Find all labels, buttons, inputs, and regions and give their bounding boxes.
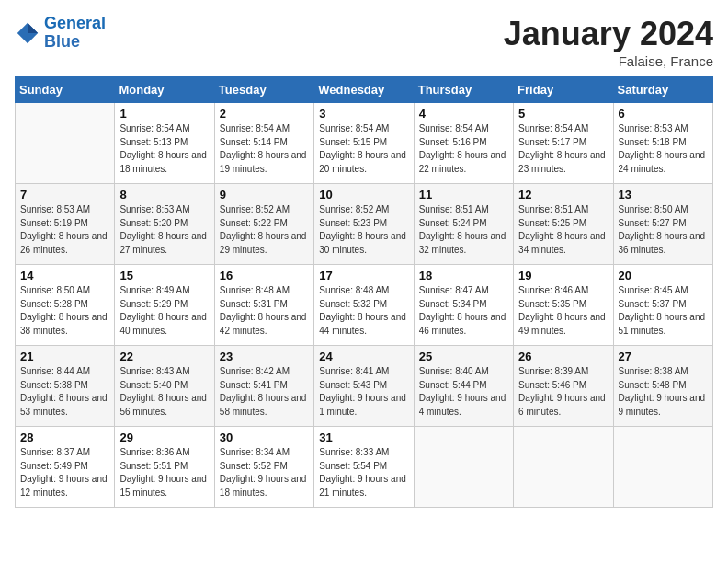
day-number: 29 <box>119 431 209 444</box>
day-number: 13 <box>619 188 708 201</box>
day-info: Sunrise: 8:51 AMSunset: 5:25 PMDaylight:… <box>518 203 608 257</box>
month-title: January 2024 <box>504 15 713 53</box>
day-info: Sunrise: 8:52 AMSunset: 5:23 PMDaylight:… <box>319 203 408 257</box>
day-info: Sunrise: 8:44 AMSunset: 5:38 PMDaylight:… <box>20 365 109 419</box>
page-header: General Blue January 2024 Falaise, Franc… <box>15 15 713 69</box>
day-number: 17 <box>319 269 408 282</box>
day-info: Sunrise: 8:37 AMSunset: 5:49 PMDaylight:… <box>20 446 109 500</box>
calendar-cell <box>613 427 712 508</box>
calendar-cell: 4Sunrise: 8:54 AMSunset: 5:16 PMDaylight… <box>414 103 513 184</box>
calendar-cell: 10Sunrise: 8:52 AMSunset: 5:23 PMDayligh… <box>314 184 414 265</box>
calendar-cell: 22Sunrise: 8:43 AMSunset: 5:40 PMDayligh… <box>115 346 214 427</box>
calendar-cell: 17Sunrise: 8:48 AMSunset: 5:32 PMDayligh… <box>314 265 414 346</box>
calendar-cell: 1Sunrise: 8:54 AMSunset: 5:13 PMDaylight… <box>115 103 214 184</box>
week-row-2: 7Sunrise: 8:53 AMSunset: 5:19 PMDaylight… <box>16 184 713 265</box>
calendar-cell: 7Sunrise: 8:53 AMSunset: 5:19 PMDaylight… <box>16 184 115 265</box>
day-number: 1 <box>119 107 209 121</box>
calendar-cell: 18Sunrise: 8:47 AMSunset: 5:34 PMDayligh… <box>414 265 513 346</box>
day-info: Sunrise: 8:53 AMSunset: 5:20 PMDaylight:… <box>119 203 209 257</box>
weekday-header-tuesday: Tuesday <box>214 77 313 103</box>
day-number: 28 <box>20 431 109 444</box>
calendar-cell: 21Sunrise: 8:44 AMSunset: 5:38 PMDayligh… <box>16 346 115 427</box>
day-info: Sunrise: 8:48 AMSunset: 5:32 PMDaylight:… <box>319 284 408 338</box>
calendar-cell <box>16 103 115 184</box>
calendar-cell: 8Sunrise: 8:53 AMSunset: 5:20 PMDaylight… <box>115 184 214 265</box>
calendar-table: SundayMondayTuesdayWednesdayThursdayFrid… <box>15 76 713 508</box>
weekday-header-thursday: Thursday <box>414 77 513 103</box>
day-info: Sunrise: 8:49 AMSunset: 5:29 PMDaylight:… <box>119 284 209 338</box>
day-info: Sunrise: 8:42 AMSunset: 5:41 PMDaylight:… <box>220 365 309 419</box>
weekday-header-saturday: Saturday <box>613 77 712 103</box>
calendar-cell: 15Sunrise: 8:49 AMSunset: 5:29 PMDayligh… <box>115 265 214 346</box>
week-row-1: 1Sunrise: 8:54 AMSunset: 5:13 PMDaylight… <box>16 103 713 184</box>
day-info: Sunrise: 8:53 AMSunset: 5:19 PMDaylight:… <box>20 203 109 257</box>
day-info: Sunrise: 8:34 AMSunset: 5:52 PMDaylight:… <box>220 446 309 500</box>
weekday-header-row: SundayMondayTuesdayWednesdayThursdayFrid… <box>16 77 713 103</box>
calendar-cell: 26Sunrise: 8:39 AMSunset: 5:46 PMDayligh… <box>514 346 613 427</box>
calendar-cell: 25Sunrise: 8:40 AMSunset: 5:44 PMDayligh… <box>414 346 513 427</box>
day-number: 7 <box>20 188 109 201</box>
day-number: 24 <box>319 350 408 363</box>
day-number: 19 <box>518 269 608 282</box>
week-row-4: 21Sunrise: 8:44 AMSunset: 5:38 PMDayligh… <box>16 346 713 427</box>
day-number: 10 <box>319 188 408 201</box>
day-info: Sunrise: 8:43 AMSunset: 5:40 PMDaylight:… <box>119 365 209 419</box>
logo: General Blue <box>15 15 106 52</box>
svg-marker-1 <box>28 23 38 33</box>
day-info: Sunrise: 8:36 AMSunset: 5:51 PMDaylight:… <box>119 446 209 500</box>
day-number: 4 <box>419 107 508 121</box>
weekday-header-friday: Friday <box>514 77 613 103</box>
day-number: 5 <box>518 107 608 121</box>
calendar-cell: 12Sunrise: 8:51 AMSunset: 5:25 PMDayligh… <box>514 184 613 265</box>
day-number: 8 <box>119 188 209 201</box>
day-number: 6 <box>619 107 708 121</box>
day-number: 22 <box>119 350 209 363</box>
calendar-cell: 29Sunrise: 8:36 AMSunset: 5:51 PMDayligh… <box>115 427 214 508</box>
calendar-cell: 23Sunrise: 8:42 AMSunset: 5:41 PMDayligh… <box>214 346 313 427</box>
calendar-cell: 6Sunrise: 8:53 AMSunset: 5:18 PMDaylight… <box>613 103 712 184</box>
day-info: Sunrise: 8:33 AMSunset: 5:54 PMDaylight:… <box>319 446 408 500</box>
day-info: Sunrise: 8:41 AMSunset: 5:43 PMDaylight:… <box>319 365 408 419</box>
calendar-cell: 2Sunrise: 8:54 AMSunset: 5:14 PMDaylight… <box>214 103 313 184</box>
calendar-cell: 20Sunrise: 8:45 AMSunset: 5:37 PMDayligh… <box>613 265 712 346</box>
calendar-cell <box>514 427 613 508</box>
day-number: 30 <box>220 431 309 444</box>
day-info: Sunrise: 8:39 AMSunset: 5:46 PMDaylight:… <box>518 365 608 419</box>
day-number: 15 <box>119 269 209 282</box>
calendar-cell: 14Sunrise: 8:50 AMSunset: 5:28 PMDayligh… <box>16 265 115 346</box>
day-info: Sunrise: 8:54 AMSunset: 5:15 PMDaylight:… <box>319 122 408 176</box>
day-number: 27 <box>619 350 708 363</box>
day-info: Sunrise: 8:48 AMSunset: 5:31 PMDaylight:… <box>220 284 309 338</box>
location: Falaise, France <box>504 53 713 69</box>
calendar-cell: 16Sunrise: 8:48 AMSunset: 5:31 PMDayligh… <box>214 265 313 346</box>
day-number: 18 <box>419 269 508 282</box>
day-number: 2 <box>220 107 309 121</box>
calendar-cell: 27Sunrise: 8:38 AMSunset: 5:48 PMDayligh… <box>613 346 712 427</box>
day-info: Sunrise: 8:54 AMSunset: 5:13 PMDaylight:… <box>119 122 209 176</box>
calendar-cell <box>414 427 513 508</box>
weekday-header-wednesday: Wednesday <box>314 77 414 103</box>
calendar-cell: 24Sunrise: 8:41 AMSunset: 5:43 PMDayligh… <box>314 346 414 427</box>
day-info: Sunrise: 8:51 AMSunset: 5:24 PMDaylight:… <box>419 203 508 257</box>
weekday-header-sunday: Sunday <box>16 77 115 103</box>
day-number: 12 <box>518 188 608 201</box>
day-number: 20 <box>619 269 708 282</box>
day-info: Sunrise: 8:38 AMSunset: 5:48 PMDaylight:… <box>619 365 708 419</box>
day-info: Sunrise: 8:52 AMSunset: 5:22 PMDaylight:… <box>220 203 309 257</box>
day-number: 31 <box>319 431 408 444</box>
day-info: Sunrise: 8:54 AMSunset: 5:17 PMDaylight:… <box>518 122 608 176</box>
weekday-header-monday: Monday <box>115 77 214 103</box>
logo-icon <box>15 20 40 46</box>
day-info: Sunrise: 8:53 AMSunset: 5:18 PMDaylight:… <box>619 122 708 176</box>
day-number: 23 <box>220 350 309 363</box>
day-number: 3 <box>319 107 408 121</box>
calendar-cell: 11Sunrise: 8:51 AMSunset: 5:24 PMDayligh… <box>414 184 513 265</box>
calendar-cell: 30Sunrise: 8:34 AMSunset: 5:52 PMDayligh… <box>214 427 313 508</box>
day-number: 21 <box>20 350 109 363</box>
day-number: 14 <box>20 269 109 282</box>
logo-text: General Blue <box>44 15 106 52</box>
day-info: Sunrise: 8:50 AMSunset: 5:27 PMDaylight:… <box>619 203 708 257</box>
calendar-cell: 31Sunrise: 8:33 AMSunset: 5:54 PMDayligh… <box>314 427 414 508</box>
calendar-cell: 13Sunrise: 8:50 AMSunset: 5:27 PMDayligh… <box>613 184 712 265</box>
day-info: Sunrise: 8:54 AMSunset: 5:14 PMDaylight:… <box>220 122 309 176</box>
